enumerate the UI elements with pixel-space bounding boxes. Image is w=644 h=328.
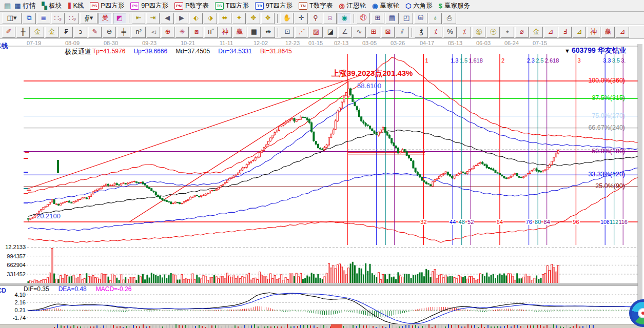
draw-button-41[interactable]: ⊿ [573, 27, 586, 38]
tool-button-13[interactable]: ⬖ [189, 13, 203, 24]
menu-item-9t-square[interactable]: T99T四方形 [253, 0, 297, 11]
draw-button-15[interactable]: 神 [219, 27, 232, 38]
tool-button-26[interactable]: ㉑ [357, 13, 370, 24]
gann-cycle-label: 1.618 [469, 57, 483, 64]
menu-item-t-square[interactable]: TST四方形 [213, 0, 253, 11]
menu-item-kline[interactable]: ⫼K线 [67, 0, 89, 11]
tool-button-30[interactable]: ⛁ [414, 13, 427, 24]
draw-button-2[interactable]: 金 [31, 27, 44, 38]
tool-button-16[interactable]: ✦ [232, 13, 246, 24]
draw-button-9[interactable]: n² [131, 27, 146, 38]
tool-button-5[interactable]: ∯▾ [80, 13, 97, 24]
draw-button-39[interactable]: ⊿ [544, 27, 557, 38]
gann-level-label: 87.5%(315) [549, 94, 625, 101]
stock-title[interactable]: 603799 华友钴业 [572, 46, 627, 55]
draw-button-1[interactable]: ╫ [16, 27, 30, 38]
draw-button-42[interactable]: 神 [587, 27, 600, 38]
status-tick [96, 325, 97, 328]
tool-button-21[interactable]: ✛ [295, 13, 308, 24]
menu-item-p-number-table[interactable]: PNP数字表 [173, 0, 213, 11]
status-tick [208, 324, 209, 328]
draw-button-27[interactable]: ⊠ [381, 27, 395, 38]
draw-button-4[interactable]: ₣ [60, 27, 73, 38]
tool-button-20[interactable]: ✋ [280, 13, 294, 24]
tool-button-28[interactable]: ▤ [385, 13, 399, 24]
draw-button-33[interactable]: ⁒ [458, 27, 471, 38]
status-tick [438, 324, 439, 328]
tool-button-27[interactable]: ⊞ [371, 13, 384, 24]
tool-button-9[interactable]: ⇤ [132, 13, 145, 24]
status-tick [369, 325, 370, 328]
menu-item-winner-service[interactable]: $赢家服务 [437, 0, 475, 11]
draw-button-43[interactable]: 赢 [601, 27, 615, 38]
draw-button-13[interactable]: ⧈ [190, 27, 203, 38]
tool-button-4[interactable]: ⸬₉ [66, 13, 79, 24]
tool-button-14[interactable]: ⬗ [204, 13, 217, 24]
draw-button-16[interactable]: 赢 [233, 27, 246, 38]
tool-button-23[interactable]: ⍾ [323, 13, 337, 24]
tool-button-31[interactable]: ♁ [428, 13, 442, 24]
draw-button-6[interactable]: ✎ [88, 27, 102, 38]
tool-button-7[interactable]: ◩ [113, 13, 126, 24]
menu-item-hexagon[interactable]: ⬡六角形 [404, 0, 437, 11]
tool-button-3[interactable]: ⸬₃ [51, 13, 65, 24]
draw-button-32[interactable]: % [443, 27, 457, 38]
draw-button-10[interactable]: ◅ [147, 27, 160, 38]
draw-button-28[interactable]: ⫽ [396, 27, 409, 38]
tool-button-15[interactable]: ⬌ [218, 13, 231, 24]
tool-button-2[interactable]: ≣ [37, 13, 50, 24]
draw-button-8[interactable]: ╪ [117, 27, 130, 38]
status-tick [195, 326, 196, 328]
menu-item-sectors[interactable]: ▚板块 [41, 0, 67, 11]
tool-button-1[interactable]: ⧉ [23, 13, 36, 24]
tool-button-6[interactable]: 夎 [99, 13, 112, 24]
tool-button-17[interactable]: ✥ [247, 13, 260, 24]
draw-button-21[interactable]: ⋰ [295, 27, 308, 38]
draw-button-18[interactable]: ⇹ [262, 27, 275, 38]
draw-button-12[interactable]: ✳ [175, 27, 189, 38]
tool-button-22[interactable]: ⚲ [309, 13, 322, 24]
gann-level-label: 75.0%(270) [549, 112, 625, 119]
draw-button-35[interactable]: ㊏ [486, 27, 500, 38]
tool-button-32[interactable]: ⎙ [443, 13, 456, 24]
draw-button-37[interactable]: ⌀ [515, 27, 529, 38]
draw-button-20[interactable]: ⊡ [281, 27, 294, 38]
tool-button-10[interactable]: ⇥ [146, 13, 160, 24]
draw-button-11[interactable]: ⊕ [161, 27, 174, 38]
draw-button-30[interactable]: ℥ [415, 27, 428, 38]
draw-button-31[interactable]: ⁒ [429, 27, 442, 38]
status-tick [211, 325, 212, 328]
draw-button-0[interactable]: ✐ [2, 27, 15, 38]
draw-button-17[interactable]: ▦ [247, 27, 261, 38]
status-tick [373, 326, 374, 328]
tool-button-24[interactable]: ◉ [338, 13, 351, 24]
draw-button-36[interactable]: ⍖ [501, 27, 514, 38]
draw-button-40[interactable]: Ⅎ [558, 27, 572, 38]
macd-axis-tick: 0.21 [0, 307, 26, 313]
tool-button-18[interactable]: ❖ [261, 13, 275, 24]
stock-dropdown-icon[interactable]: ▼ [564, 48, 570, 54]
draw-button-23[interactable]: ◪ [324, 27, 337, 38]
draw-button-7[interactable]: ⊖ [103, 27, 116, 38]
draw-button-25[interactable]: ∿ [353, 27, 366, 38]
tool-button-0[interactable]: ◫▾ [2, 13, 22, 24]
menu-item-p-square[interactable]: PSP四方形 [88, 0, 129, 11]
menu-item-t-number-table[interactable]: TNT数字表 [297, 0, 337, 11]
draw-button-34[interactable]: ㊎ [472, 27, 485, 38]
draw-button-24[interactable]: ∠ [338, 27, 352, 38]
draw-button-38[interactable]: 金 [530, 27, 543, 38]
menu-item-9p-square[interactable]: P99P四方形 [129, 0, 173, 11]
draw-button-3[interactable]: 金 [45, 27, 58, 38]
menu-item-gann-wheel[interactable]: ◎江恩轮 [337, 0, 370, 11]
price-chart-canvas[interactable] [0, 39, 644, 324]
tool-button-11[interactable]: ◀ [161, 13, 174, 24]
tool-button-12[interactable]: ▶ [175, 13, 188, 24]
draw-button-5[interactable]: ϶ [74, 27, 87, 38]
draw-button-14[interactable]: ʜ˝ [204, 27, 218, 38]
tool-button-29[interactable]: ◰ [400, 13, 413, 24]
menu-item-quotes[interactable]: ▦行情 [13, 0, 40, 11]
draw-button-22[interactable]: ▨ [309, 27, 323, 38]
draw-button-26[interactable]: ⊞ [367, 27, 380, 38]
draw-button-44[interactable]: ⊿ [616, 27, 629, 38]
menu-item-winner-wheel[interactable]: ◉赢家轮 [370, 0, 404, 11]
